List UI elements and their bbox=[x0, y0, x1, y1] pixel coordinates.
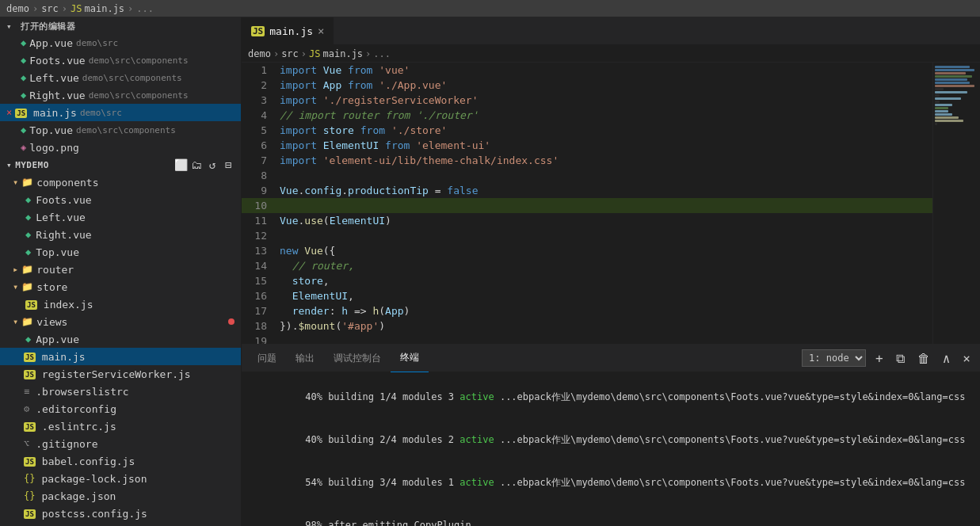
bc-sep-1: › bbox=[32, 3, 38, 14]
tree-item-store[interactable]: ▾ 📁 store bbox=[0, 278, 241, 295]
terminal-content[interactable]: 40% building 1/4 modules 3 active ...ebp… bbox=[242, 372, 980, 526]
new-file-icon[interactable]: ⬜ bbox=[174, 158, 187, 171]
folder-open-icon-components: ▾ bbox=[13, 177, 18, 188]
code-editor[interactable]: 1 import Vue from 'vue' 2 import App fro… bbox=[242, 63, 932, 344]
sidebar-item-mainjs[interactable]: × JS main.js demo\src bbox=[0, 104, 241, 121]
code-line-8: 8 bbox=[242, 168, 932, 183]
js-icon-mainjs: JS bbox=[15, 107, 27, 118]
breadcrumb-bar: demo › src › JS main.js › ... bbox=[242, 45, 980, 63]
bc2-sep2: › bbox=[301, 48, 307, 59]
tab-terminal[interactable]: 终端 bbox=[391, 345, 429, 372]
close-terminal-icon[interactable]: × bbox=[959, 349, 974, 368]
vue-icon-l: ◆ bbox=[25, 212, 31, 223]
tree-item-topvue[interactable]: ◆ Top.vue bbox=[0, 243, 241, 261]
code-line-1: 1 import Vue from 'vue' bbox=[242, 63, 932, 78]
sidebar-item-footsvue[interactable]: ◆ Foots.vue demo\src\components bbox=[0, 51, 241, 69]
tab-output[interactable]: 输出 bbox=[286, 345, 324, 372]
tree-item-rsw[interactable]: JS registerServiceWorker.js bbox=[0, 365, 241, 383]
bc2-mainjs[interactable]: main.js bbox=[323, 48, 364, 59]
editor-tabs: JS main.js × bbox=[242, 17, 980, 45]
bc-dots[interactable]: ... bbox=[136, 3, 154, 14]
tree-item-readme[interactable]: Ⓜ README.md bbox=[0, 522, 241, 526]
bc2-demo[interactable]: demo bbox=[248, 48, 271, 59]
code-line-18: 18 }).$mount('#app') bbox=[242, 318, 932, 334]
collapse-all-icon[interactable]: ⊟ bbox=[222, 158, 235, 171]
editor-with-minimap: 1 import Vue from 'vue' 2 import App fro… bbox=[242, 63, 980, 344]
tree-item-components[interactable]: ▾ 📁 components bbox=[0, 173, 241, 191]
chevron-up-terminal-icon[interactable]: ∧ bbox=[940, 349, 954, 368]
bc2-sep3: › bbox=[365, 48, 371, 59]
add-terminal-icon[interactable]: + bbox=[872, 349, 887, 368]
bc-sep-2: › bbox=[62, 3, 67, 14]
vue-icon-right: ◆ bbox=[21, 90, 26, 101]
new-folder-icon[interactable]: 🗂 bbox=[190, 158, 203, 171]
trash-terminal-icon[interactable]: 🗑 bbox=[914, 349, 933, 368]
tree-item-gitignore[interactable]: ⌥ .gitignore bbox=[0, 435, 241, 452]
code-line-7: 7 import 'element-ui/lib/theme-chalk/ind… bbox=[242, 153, 932, 168]
bc-demo[interactable]: demo bbox=[6, 3, 29, 14]
sidebar-item-logopng[interactable]: ◈ logo.png bbox=[0, 139, 241, 156]
tab-mainjs[interactable]: JS main.js × bbox=[242, 17, 334, 44]
terminal-panel: 问题 输出 调试控制台 终端 1: node + ⧉ 🗑 ∧ × 40% bui bbox=[242, 344, 980, 526]
code-line-13: 13 new Vue({ bbox=[242, 243, 932, 258]
bc2-dots[interactable]: ... bbox=[373, 48, 391, 59]
vue-icon-app: ◆ bbox=[25, 334, 31, 345]
tree-item-eslintrc[interactable]: JS .eslintrc.js bbox=[0, 417, 241, 435]
vue-icon-left: ◆ bbox=[21, 72, 26, 83]
main-area: ▾ 打开的编辑器 ◆ App.vue demo\src ◆ Foots.vue … bbox=[0, 17, 980, 526]
bc-js-label[interactable]: JS bbox=[71, 3, 82, 14]
vue-icon-t: ◆ bbox=[25, 246, 31, 257]
refresh-icon[interactable]: ↺ bbox=[206, 158, 219, 171]
bc2-sep1: › bbox=[273, 48, 279, 59]
terminal-line-4: 98% after emitting CopyPlugin bbox=[248, 504, 974, 526]
tree-item-postcss[interactable]: JS postcss.config.js bbox=[0, 505, 241, 522]
tree-item-rightvue[interactable]: ◆ Right.vue bbox=[0, 226, 241, 243]
split-terminal-icon[interactable]: ⧉ bbox=[893, 349, 908, 368]
js-icon-eslint: JS bbox=[24, 421, 36, 432]
bc2-src[interactable]: src bbox=[281, 48, 299, 59]
mydemo-section-header[interactable]: ▾ MYDEMO ⬜ 🗂 ↺ ⊟ bbox=[0, 156, 241, 173]
tree-item-appvue2[interactable]: ◆ App.vue bbox=[0, 330, 241, 348]
json-icon: {} bbox=[24, 490, 35, 501]
code-line-15: 15 store, bbox=[242, 273, 932, 288]
close-icon-mainjs[interactable]: × bbox=[6, 107, 12, 118]
code-line-19: 19 bbox=[242, 334, 932, 344]
tab-problems[interactable]: 问题 bbox=[248, 345, 286, 372]
tree-item-packagejson[interactable]: {} package.json bbox=[0, 487, 241, 505]
code-line-9: 9 Vue.config.productionTip = false bbox=[242, 183, 932, 198]
tab-debug-console[interactable]: 调试控制台 bbox=[324, 345, 391, 372]
tree-item-babelconfig[interactable]: JS babel.config.js bbox=[0, 452, 241, 470]
tree-item-leftvue[interactable]: ◆ Left.vue bbox=[0, 208, 241, 226]
bc-sep-3: › bbox=[128, 3, 133, 14]
terminal-line-1: 40% building 1/4 modules 3 active ...ebp… bbox=[248, 375, 974, 418]
js-icon-postcss: JS bbox=[24, 508, 36, 519]
tree-item-indexjs[interactable]: JS index.js bbox=[0, 295, 241, 313]
sidebar-item-rightvue[interactable]: ◆ Right.vue demo\src\components bbox=[0, 86, 241, 104]
tree-item-views[interactable]: ▾ 📁 views bbox=[0, 313, 241, 330]
sidebar-item-leftvue[interactable]: ◆ Left.vue demo\src\components bbox=[0, 69, 241, 86]
js-icon-rsw: JS bbox=[24, 368, 36, 379]
tree-item-mainjs2[interactable]: JS main.js bbox=[0, 348, 241, 365]
tree-item-packagelock[interactable]: {} package-lock.json bbox=[0, 470, 241, 487]
terminal-dropdown[interactable]: 1: node bbox=[802, 349, 866, 367]
code-line-6: 6 import ElementUI from 'element-ui' bbox=[242, 138, 932, 153]
vue-icon-f: ◆ bbox=[25, 194, 31, 205]
section-action-icons: ⬜ 🗂 ↺ ⊟ bbox=[174, 158, 235, 171]
editor-area: JS main.js × demo › src › JS main.js › .… bbox=[242, 17, 980, 526]
tree-item-router[interactable]: ▸ 📁 router bbox=[0, 261, 241, 278]
tree-item-editorconfig[interactable]: ⚙ .editorconfig bbox=[0, 400, 241, 417]
tab-close-icon[interactable]: × bbox=[318, 25, 324, 37]
tree-item-footsvue[interactable]: ◆ Foots.vue bbox=[0, 191, 241, 208]
folder-icon-components: 📁 bbox=[21, 177, 33, 188]
bc-mainjs[interactable]: main.js bbox=[85, 3, 125, 14]
folder-icon-store: 📁 bbox=[21, 281, 33, 292]
sidebar-item-appvue[interactable]: ◆ App.vue demo\src bbox=[0, 34, 241, 51]
collapse-icon: ▾ bbox=[6, 160, 12, 170]
terminal-right-controls: 1: node + ⧉ 🗑 ∧ × bbox=[802, 349, 974, 368]
sidebar-item-topvue[interactable]: ◆ Top.vue demo\src\components bbox=[0, 121, 241, 139]
js-icon-main: JS bbox=[24, 351, 36, 362]
bc-src[interactable]: src bbox=[41, 3, 59, 14]
code-line-10: 10 bbox=[242, 198, 932, 213]
vue-icon-top: ◆ bbox=[21, 124, 26, 135]
tree-item-browserslistrc[interactable]: ≡ .browserslistrc bbox=[0, 383, 241, 400]
